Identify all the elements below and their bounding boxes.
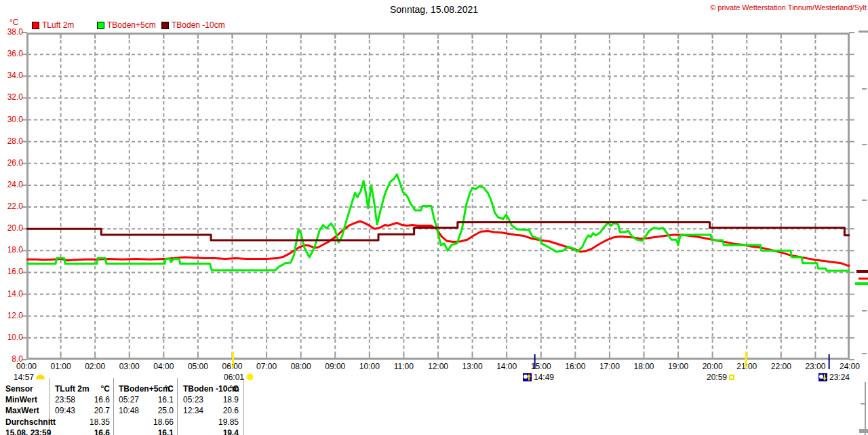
table-value: 16.1 (133, 395, 174, 404)
table-value: 16.1 (133, 428, 174, 435)
table-value: 20.6 (198, 406, 239, 415)
legend-swatch-2 (161, 22, 169, 29)
legend-label-0: TLuft 2m (42, 20, 74, 30)
sunset-icon (729, 375, 734, 380)
table-row: 15.08. 23:5916.616.119.4 (0, 428, 319, 435)
annotation-time: 23:24 (829, 373, 850, 382)
table-value: 18.66 (133, 417, 174, 427)
adjacent-chart-fragment (855, 282, 868, 285)
annotation-time: 14:49 (534, 373, 554, 382)
adjacent-table-fragment (865, 382, 866, 435)
legend-swatch-1 (97, 22, 104, 29)
annotation-time: 20:59 (707, 373, 727, 382)
y-tick-label: 38.0 (0, 28, 23, 37)
x-tick-label: 24:00 (829, 362, 868, 371)
weather-station-chart-window: Sonntag, 15.08.2021 © private Wetterstat… (0, 0, 868, 435)
y-axis-unit-label: °C (9, 18, 18, 27)
table-value: 16.6 (69, 428, 110, 435)
adjacent-chart-fragment (856, 270, 868, 273)
adjacent-table-fragment (859, 429, 868, 433)
y-tick-label: 14.0 (0, 290, 23, 299)
table-text: Durchschnitt (5, 417, 56, 427)
table-text: Sensor (5, 384, 33, 394)
adjacent-chart-fragment (862, 88, 867, 90)
y-tick-label: 32.0 (0, 93, 23, 102)
annotation-2059: 20:59 (707, 373, 734, 381)
table-row: Durchschnitt18.3518.6619.85 (0, 417, 319, 428)
adjacent-chart-fragment (859, 278, 868, 280)
table-value: °C (69, 384, 110, 394)
legend-label-1: TBoden+5cm (107, 20, 156, 30)
annotation-2324: 23:24 (818, 373, 850, 381)
y-tick-label: 18.0 (0, 246, 23, 254)
table-value: 19.85 (198, 417, 239, 427)
y-tick-label: 28.0 (0, 137, 23, 146)
table-value: 20.7 (69, 406, 110, 415)
copyright-notice: © private Wetterstation Tinnum/Westerlan… (710, 3, 867, 12)
y-tick-label: 26.0 (0, 159, 23, 168)
y-tick-label: 36.0 (0, 50, 23, 58)
statistics-table: SensorTLuft 2m°CTBoden+5cm°CTBoden -10cm… (0, 378, 319, 435)
table-row: SensorTLuft 2m°CTBoden+5cm°CTBoden -10cm… (0, 384, 319, 395)
table-row: MaxWert09:4320.710:4825.012:3420.6 (0, 406, 319, 417)
table-value: 19.4 (198, 428, 239, 435)
moonset-icon (818, 373, 827, 381)
y-tick-label: 34.0 (0, 71, 23, 80)
table-value: °C (133, 384, 174, 394)
annotation-1449: 14:49 (523, 373, 554, 381)
y-tick-label: 20.0 (0, 224, 23, 233)
table-text: MinWert (5, 395, 37, 404)
temperature-chart (26, 33, 850, 360)
table-row: MinWert23:5816.605:2716.105:2318.9 (0, 395, 319, 406)
table-value: 18.9 (198, 395, 239, 404)
adjacent-chart-fragment (862, 310, 867, 311)
y-tick-label: 12.0 (0, 311, 23, 320)
legend-label-2: TBoden -10cm (172, 20, 225, 30)
legend-swatch-0 (32, 22, 39, 29)
y-tick-label: 24.0 (0, 181, 23, 189)
y-tick-label: 10.0 (0, 333, 23, 342)
chart-plot-area (26, 33, 850, 362)
table-value: 18.35 (69, 417, 110, 427)
y-tick-label: 16.0 (0, 267, 23, 276)
table-value: 16.6 (69, 395, 110, 404)
adjacent-chart-fragment (862, 200, 867, 201)
adjacent-chart-fragment (862, 144, 867, 145)
adjacent-chart-fragment (862, 353, 867, 354)
y-tick-label: 30.0 (0, 115, 23, 124)
adjacent-chart-fragment (859, 31, 868, 33)
table-value: 25.0 (133, 406, 174, 415)
moonrise-icon (523, 373, 532, 381)
adjacent-table-fragment (861, 403, 865, 404)
table-value: °C (198, 384, 239, 394)
y-tick-label: 22.0 (0, 202, 23, 211)
table-text: 15.08. 23:59 (5, 428, 51, 435)
table-text: MaxWert (5, 406, 39, 415)
